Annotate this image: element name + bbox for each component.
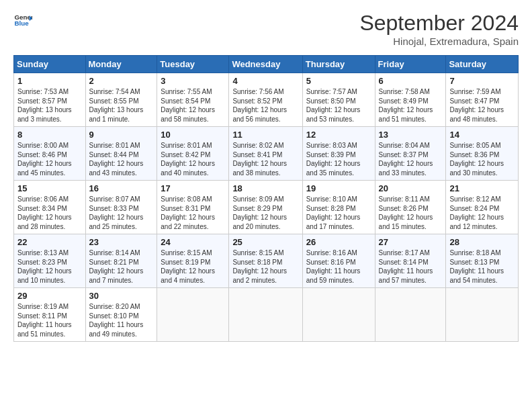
logo-icon: General Blue [13,11,32,30]
day-number: 21 [449,183,515,193]
calendar-cell: 2Sunrise: 7:54 AM Sunset: 8:55 PM Daylig… [85,73,157,127]
calendar-cell: 12Sunrise: 8:03 AM Sunset: 8:39 PM Dayli… [302,127,375,181]
day-info: Sunrise: 8:06 AM Sunset: 8:34 PM Dayligh… [17,195,82,231]
day-info: Sunrise: 8:09 AM Sunset: 8:29 PM Dayligh… [232,195,298,231]
day-info: Sunrise: 8:18 AM Sunset: 8:13 PM Dayligh… [449,248,515,285]
calendar-cell: 29Sunrise: 8:19 AM Sunset: 8:11 PM Dayli… [14,288,86,342]
page: General Blue September 2024 Hinojal, Ext… [0,0,532,353]
day-number: 19 [306,183,371,193]
day-info: Sunrise: 8:13 AM Sunset: 8:23 PM Dayligh… [17,248,82,285]
day-number: 2 [89,76,154,86]
calendar-cell: 24Sunrise: 8:15 AM Sunset: 8:19 PM Dayli… [157,234,229,288]
day-number: 25 [232,237,298,247]
day-number: 12 [306,130,371,140]
day-number: 26 [306,237,371,247]
calendar-cell: 21Sunrise: 8:12 AM Sunset: 8:24 PM Dayli… [446,181,519,234]
weekday-tuesday: Tuesday [157,56,229,73]
day-number: 1 [17,76,82,86]
day-info: Sunrise: 8:15 AM Sunset: 8:19 PM Dayligh… [161,248,225,285]
day-number: 28 [449,237,515,247]
day-info: Sunrise: 8:02 AM Sunset: 8:41 PM Dayligh… [232,141,298,177]
day-info: Sunrise: 7:57 AM Sunset: 8:50 PM Dayligh… [306,87,371,124]
svg-text:Blue: Blue [14,19,29,27]
calendar-cell: 6Sunrise: 7:58 AM Sunset: 8:49 PM Daylig… [375,73,446,127]
day-info: Sunrise: 8:10 AM Sunset: 8:28 PM Dayligh… [306,195,371,231]
calendar-cell [375,288,446,342]
calendar-cell: 7Sunrise: 7:59 AM Sunset: 8:47 PM Daylig… [446,73,519,127]
calendar-cell: 28Sunrise: 8:18 AM Sunset: 8:13 PM Dayli… [446,234,519,288]
calendar-cell: 17Sunrise: 8:08 AM Sunset: 8:31 PM Dayli… [157,181,229,234]
day-number: 3 [161,76,225,86]
day-info: Sunrise: 8:12 AM Sunset: 8:24 PM Dayligh… [449,195,515,231]
day-number: 7 [449,76,515,86]
day-info: Sunrise: 7:59 AM Sunset: 8:47 PM Dayligh… [449,87,515,124]
calendar-table: SundayMondayTuesdayWednesdayThursdayFrid… [13,55,519,342]
day-number: 30 [89,291,154,301]
calendar-cell [302,288,375,342]
weekday-monday: Monday [85,56,157,73]
calendar-cell: 14Sunrise: 8:05 AM Sunset: 8:36 PM Dayli… [446,127,519,181]
day-info: Sunrise: 8:07 AM Sunset: 8:33 PM Dayligh… [89,195,154,231]
weekday-saturday: Saturday [446,56,519,73]
calendar-cell: 26Sunrise: 8:16 AM Sunset: 8:16 PM Dayli… [302,234,375,288]
day-info: Sunrise: 8:15 AM Sunset: 8:18 PM Dayligh… [232,248,298,285]
weekday-sunday: Sunday [14,56,86,73]
day-number: 13 [379,130,443,140]
weekday-friday: Friday [375,56,446,73]
day-info: Sunrise: 8:05 AM Sunset: 8:36 PM Dayligh… [449,141,515,177]
day-info: Sunrise: 8:19 AM Sunset: 8:11 PM Dayligh… [17,302,82,338]
day-info: Sunrise: 8:00 AM Sunset: 8:46 PM Dayligh… [17,141,82,177]
calendar-cell: 18Sunrise: 8:09 AM Sunset: 8:29 PM Dayli… [229,181,302,234]
day-number: 11 [232,130,298,140]
day-number: 22 [17,237,82,247]
week-row-4: 22Sunrise: 8:13 AM Sunset: 8:23 PM Dayli… [14,234,519,288]
calendar-cell [157,288,229,342]
calendar-cell: 5Sunrise: 7:57 AM Sunset: 8:50 PM Daylig… [302,73,375,127]
title-block: September 2024 Hinojal, Extremadura, Spa… [359,11,519,47]
month-title: September 2024 [359,11,519,36]
calendar-cell: 8Sunrise: 8:00 AM Sunset: 8:46 PM Daylig… [14,127,86,181]
week-row-5: 29Sunrise: 8:19 AM Sunset: 8:11 PM Dayli… [14,288,519,342]
day-number: 9 [89,130,154,140]
calendar-cell: 3Sunrise: 7:55 AM Sunset: 8:54 PM Daylig… [157,73,229,127]
calendar-cell: 15Sunrise: 8:06 AM Sunset: 8:34 PM Dayli… [14,181,86,234]
weekday-wednesday: Wednesday [229,56,302,73]
day-number: 27 [379,237,443,247]
day-number: 8 [17,130,82,140]
day-number: 5 [306,76,371,86]
day-info: Sunrise: 8:03 AM Sunset: 8:39 PM Dayligh… [306,141,371,177]
calendar-cell [446,288,519,342]
day-number: 14 [449,130,515,140]
calendar-cell [229,288,302,342]
day-number: 16 [89,183,154,193]
calendar-cell: 9Sunrise: 8:01 AM Sunset: 8:44 PM Daylig… [85,127,157,181]
calendar-cell: 27Sunrise: 8:17 AM Sunset: 8:14 PM Dayli… [375,234,446,288]
day-info: Sunrise: 8:01 AM Sunset: 8:44 PM Dayligh… [89,141,154,177]
day-info: Sunrise: 8:01 AM Sunset: 8:42 PM Dayligh… [161,141,225,177]
calendar-cell: 23Sunrise: 8:14 AM Sunset: 8:21 PM Dayli… [85,234,157,288]
calendar-cell: 30Sunrise: 8:20 AM Sunset: 8:10 PM Dayli… [85,288,157,342]
calendar-cell: 22Sunrise: 8:13 AM Sunset: 8:23 PM Dayli… [14,234,86,288]
day-number: 18 [232,183,298,193]
day-info: Sunrise: 7:56 AM Sunset: 8:52 PM Dayligh… [232,87,298,124]
calendar-cell: 13Sunrise: 8:04 AM Sunset: 8:37 PM Dayli… [375,127,446,181]
location: Hinojal, Extremadura, Spain [359,36,519,47]
day-number: 15 [17,183,82,193]
day-info: Sunrise: 7:58 AM Sunset: 8:49 PM Dayligh… [379,87,443,124]
day-info: Sunrise: 8:17 AM Sunset: 8:14 PM Dayligh… [379,248,443,285]
day-number: 20 [379,183,443,193]
day-info: Sunrise: 8:08 AM Sunset: 8:31 PM Dayligh… [161,195,225,231]
logo: General Blue [13,11,32,30]
day-number: 29 [17,291,82,301]
calendar-cell: 19Sunrise: 8:10 AM Sunset: 8:28 PM Dayli… [302,181,375,234]
week-row-2: 8Sunrise: 8:00 AM Sunset: 8:46 PM Daylig… [14,127,519,181]
header: General Blue September 2024 Hinojal, Ext… [13,11,519,47]
day-number: 23 [89,237,154,247]
day-number: 6 [379,76,443,86]
day-info: Sunrise: 8:04 AM Sunset: 8:37 PM Dayligh… [379,141,443,177]
day-number: 4 [232,76,298,86]
day-info: Sunrise: 7:54 AM Sunset: 8:55 PM Dayligh… [89,87,154,124]
weekday-header-row: SundayMondayTuesdayWednesdayThursdayFrid… [14,56,519,73]
calendar-cell: 11Sunrise: 8:02 AM Sunset: 8:41 PM Dayli… [229,127,302,181]
weekday-thursday: Thursday [302,56,375,73]
